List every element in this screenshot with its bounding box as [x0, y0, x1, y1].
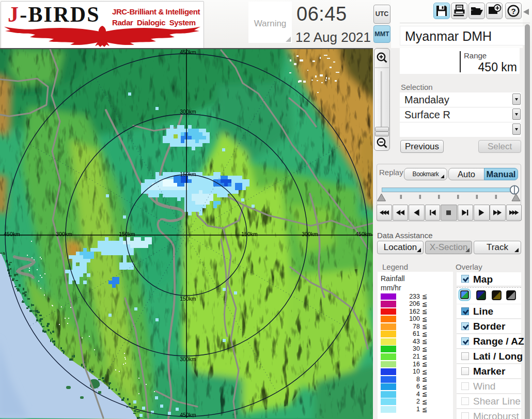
- svg-text:150km: 150km: [180, 171, 196, 177]
- svg-text:450km: 450km: [4, 231, 20, 237]
- svg-text:300km: 300km: [56, 231, 72, 237]
- svg-text:150km: 150km: [119, 231, 135, 237]
- svg-text:300km: 300km: [302, 231, 318, 237]
- svg-text:450km: 450km: [180, 49, 196, 55]
- svg-text:?: ?: [511, 7, 515, 15]
- svg-text:150km: 150km: [180, 296, 196, 302]
- svg-text:300km: 300km: [180, 356, 196, 362]
- svg-text:150km: 150km: [241, 231, 258, 237]
- svg-text:450km: 450km: [180, 412, 196, 418]
- svg-text:300km: 300km: [180, 108, 196, 115]
- svg-text:450km: 450km: [355, 231, 372, 237]
